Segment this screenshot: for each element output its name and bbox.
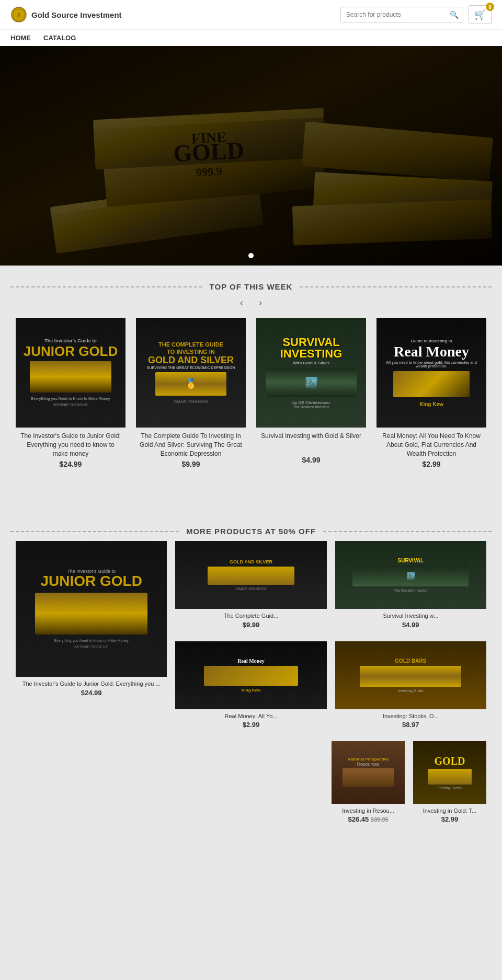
nav-bar: HOME CATALOG (0, 29, 502, 46)
cart-badge: 0 (486, 3, 494, 11)
book-cover: Real Money King Kew (175, 641, 326, 709)
book-subtitle: Everything you Need to Know to Make Mone… (54, 639, 129, 642)
small-product-survival[interactable]: SURVIVAL 🏙️ The Deviant Investor Surviva… (335, 541, 486, 632)
small-product-investing-stocks[interactable]: GOLD BARS Investing Guide Investing: Sto… (335, 641, 486, 733)
book-bar (208, 567, 294, 585)
product-image-container: THE COMPLETE GUIDETO INVESTING IN GOLD A… (136, 318, 246, 428)
book-bar (343, 768, 394, 787)
book-cover: GOLD BARS Investing Guide (335, 641, 486, 709)
book-cover: THE COMPLETE GUIDETO INVESTING IN GOLD A… (136, 318, 246, 428)
product-price: $2.99 (376, 460, 486, 468)
search-input[interactable] (341, 8, 446, 21)
product-price: $4.99 (256, 456, 366, 464)
hero-dot-1[interactable] (248, 253, 254, 258)
product-name: Investing in Resou... (334, 807, 403, 814)
product-name: Investing: Stocks, O... (337, 712, 484, 720)
book-cover: The Investor's Guide to JUNIOR GOLD Ever… (16, 318, 126, 428)
product-price: $4.99 (335, 621, 486, 629)
cart-icon: 🛒 (474, 9, 486, 20)
large-product-junior-gold[interactable]: The Investor's Guide to JUNIOR GOLD Ever… (16, 541, 167, 733)
price-current: $26.45 (348, 815, 370, 823)
book-title: GOLD (435, 755, 465, 767)
hero-dots (248, 253, 254, 258)
book-author: by GE Christenson (292, 400, 330, 405)
book-bar (428, 769, 472, 785)
small-book-image: SURVIVAL 🏙️ The Deviant Investor (335, 541, 486, 609)
product-name: The Complete Guid... (177, 612, 324, 619)
product-price: $24.99 (16, 689, 167, 697)
book-subtitle: All you need to know about gold, fiat cu… (381, 361, 482, 368)
bottom-product-resources[interactable]: Rational Perspective Resources Investing… (332, 741, 405, 827)
nav-home[interactable]: HOME (10, 34, 31, 42)
product-price: $2.99 (413, 815, 486, 823)
product-image-container: SURVIVALINVESTING With Gold & Silver 🏙️ … (256, 318, 366, 428)
book-title: Real Money (237, 658, 264, 664)
top-of-week-title-row: TOP OF THIS WEEK (0, 266, 502, 296)
book-cover: GOLD AND SILVER OMAR JOHNSON (175, 541, 326, 609)
book-publisher: The Deviant Investor (293, 405, 329, 409)
title-line-right (300, 286, 492, 287)
book-cover: SURVIVALINVESTING With Gold & Silver 🏙️ … (256, 318, 366, 428)
product-name: Survival Investing w... (337, 612, 484, 619)
book-bar (360, 666, 461, 687)
book-author: King Kew (419, 401, 443, 407)
product-name: Survival Investing with Gold & Silver (259, 432, 363, 454)
more-products-title-row: MORE PRODUCTS AT 50% OFF (0, 510, 502, 541)
small-product-real-money[interactable]: Real Money King Kew Real Money: All Yo..… (175, 641, 326, 733)
book-top-text: Rational Perspective (348, 757, 389, 762)
book-title: JUNIOR GOLD (24, 344, 118, 358)
cart-button[interactable]: 🛒 0 (469, 5, 492, 24)
product-card-real-money[interactable]: Guide to Investing in Real Money All you… (376, 318, 486, 474)
products-row-1: GOLD AND SILVER OMAR JOHNSON The Complet… (0, 541, 502, 733)
book-cover: Rational Perspective Resources (332, 741, 405, 804)
book-author: OMAR JOHNSON (174, 399, 208, 404)
product-price: $26.45 $39.95 (332, 815, 405, 823)
logo-icon: $ (10, 6, 27, 23)
book-title: JUNIOR GOLD (40, 574, 142, 589)
book-title: GOLD AND SILVER (230, 559, 272, 564)
book-title: Resources (357, 762, 379, 767)
nav-catalog[interactable]: CATALOG (43, 34, 76, 42)
book-title: Real Money (394, 344, 469, 359)
small-book-image: GOLD BARS Investing Guide (335, 641, 486, 709)
prev-button[interactable]: ‹ (236, 296, 247, 309)
product-card-survival[interactable]: SURVIVALINVESTING With Gold & Silver 🏙️ … (256, 318, 366, 474)
svg-text:$: $ (17, 11, 20, 19)
book-cover: Guide to Investing in Real Money All you… (376, 318, 486, 428)
product-card-junior-gold[interactable]: The Investor's Guide to JUNIOR GOLD Ever… (16, 318, 126, 474)
title-line-right (323, 531, 492, 532)
bottom-product-gold[interactable]: GOLD Timothy Green Investing in Gold: T.… (413, 741, 486, 827)
next-button[interactable]: › (255, 296, 266, 309)
hero-overlay (0, 46, 502, 266)
product-name: Real Money: All You Need To Know About G… (380, 432, 483, 458)
book-image: 🏙️ (266, 368, 357, 397)
book-subtitle: With Gold & Silver (293, 361, 329, 365)
book-cover: The Investor's Guide to JUNIOR GOLD Ever… (16, 541, 167, 677)
product-card-gold-silver[interactable]: THE COMPLETE GUIDETO INVESTING IN GOLD A… (136, 318, 246, 474)
book-top-text: Guide to Investing in (410, 339, 452, 343)
header-right: 🔍 🛒 0 (340, 5, 492, 24)
book-image: GOLD Timothy Green (413, 741, 486, 804)
product-image-container: The Investor's Guide to JUNIOR GOLD Ever… (16, 318, 126, 428)
search-button[interactable]: 🔍 (446, 7, 463, 22)
bottom-products-row: Rational Perspective Resources Investing… (0, 741, 502, 843)
small-book-image: GOLD AND SILVER OMAR JOHNSON (175, 541, 326, 609)
small-product-gold-silver[interactable]: GOLD AND SILVER OMAR JOHNSON The Complet… (175, 541, 326, 632)
top-of-week-products: The Investor's Guide to JUNIOR GOLD Ever… (0, 318, 502, 494)
top-bar: $ Gold Source Investment 🔍 🛒 0 HOME CATA… (0, 0, 502, 46)
logo-area[interactable]: $ Gold Source Investment (10, 6, 122, 23)
large-book-image: The Investor's Guide to JUNIOR GOLD Ever… (16, 541, 167, 677)
book-title: SURVIVAL (398, 558, 424, 563)
book-image-bar (30, 361, 111, 393)
book-author: Investing Guide (398, 689, 424, 693)
price-original: $39.95 (371, 816, 389, 823)
product-price: $2.99 (175, 721, 326, 729)
book-cover: GOLD Timothy Green (413, 741, 486, 804)
section-nav-row: ‹ › (0, 296, 502, 309)
product-name: The Investor's Guide to Junior Gold: Eve… (18, 680, 165, 687)
book-image: 🏙️ (352, 566, 469, 586)
product-name: Real Money: All Yo... (177, 712, 324, 720)
search-box: 🔍 (340, 7, 463, 22)
product-name: The Complete Guide To Investing In Gold … (139, 432, 243, 458)
more-products-section: MORE PRODUCTS AT 50% OFF GOLD AND SILVER… (0, 510, 502, 864)
